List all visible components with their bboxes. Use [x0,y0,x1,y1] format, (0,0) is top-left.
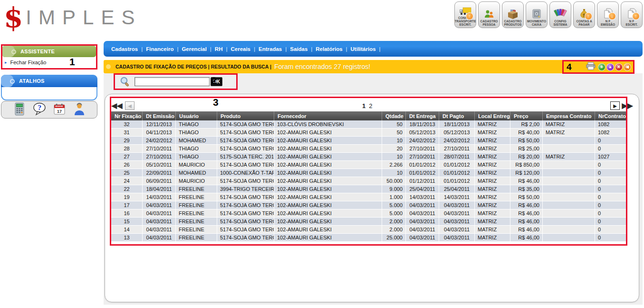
cell-local-entrega[interactable]: MATRIZ [475,193,510,201]
cell-nr-fixac-a-o[interactable]: 22 [111,185,143,193]
cell-local-entrega[interactable]: MATRIZ [475,201,510,209]
cell-dt-emissa-o[interactable]: 04/03/2011 [143,209,176,218]
cell-empresa-contrato[interactable] [543,209,595,218]
cell-produto[interactable]: 5174-SOJA GMO TERC. 2010 [217,234,274,242]
cell-dt-emissa-o[interactable]: 04/11/2013 [143,129,176,137]
cell-qtdade[interactable]: 5.000 [382,201,406,209]
cell-fornecedor[interactable]: 102-AMAURI GALESKI [274,209,382,218]
table-row[interactable]: 1604/03/2011FREELINE5174-SOJA GMO TERC. … [111,209,626,218]
cell-dt-entrega[interactable]: 04/03/2011 [406,234,439,242]
cell-qtdade[interactable]: 2.266 [382,161,406,169]
table-row[interactable]: 1914/03/2011FREELINE5174-SOJA GMO TERC. … [111,193,626,201]
cell-dt-pagto[interactable]: 14/03/2011 [439,193,475,201]
cell-fornecedor[interactable]: 102-AMAURI GALESKI [274,145,382,153]
cell-nrcontrato[interactable]: 0 [595,218,626,226]
toolbar-button-config-sistema[interactable]: CONFIGSISTEMA [549,1,571,28]
cell-usua-rio[interactable]: MAURICIO [176,161,217,169]
table-row[interactable]: 3212/11/2013THIAGO5174-SOJA GMO TERC. 20… [111,120,626,129]
cell-nr-fixac-a-o[interactable]: 29 [111,137,143,145]
cell-nr-fixac-a-o[interactable]: 19 [111,193,143,201]
cell-fornecedor[interactable]: 102-AMAURI GALESKI [274,218,382,226]
cell-local-entrega[interactable]: MATRIZ [475,226,510,234]
cell-dt-entrega[interactable]: 01/01/2012 [406,169,439,177]
cell-local-entrega[interactable]: MATRIZ [475,145,510,153]
cell-usua-rio[interactable]: FREELINE [176,193,217,201]
cell-empresa-contrato[interactable] [543,226,595,234]
table-row[interactable]: 3104/11/2013THIAGO5174-SOJA GMO TERC. 20… [111,129,626,137]
cell-empresa-contrato[interactable] [543,201,595,209]
cell-dt-pagto[interactable]: 04/03/2011 [439,201,475,209]
cell-nr-fixac-a-o[interactable]: 16 [111,209,143,218]
cell-dt-entrega[interactable]: 04/03/2011 [406,218,439,226]
cell-produto[interactable]: 5174-SOJA GMO TERC. 2010 [217,201,274,209]
cell-fornecedor[interactable]: 102-AMAURI GALESKI [274,185,382,193]
calculator-button[interactable] [13,103,26,116]
cell-dt-pagto[interactable]: 04/03/2011 [439,234,475,242]
menu-item-rh[interactable]: RH [215,46,223,52]
cell-fornecedor[interactable]: 102-AMAURI GALESKI [274,161,382,169]
cell-local-entrega[interactable]: MATRIZ [475,218,510,226]
cell-prec-o[interactable]: R$ 35,00 [510,185,543,193]
sidebar-item-fechar-fixacao[interactable]: ▸Fechar Fixação [2,57,96,68]
cell-prec-o[interactable]: R$ 50,00 [510,193,543,201]
menu-item-utilitarios[interactable]: Utilitários [351,46,376,52]
up-button[interactable]: ▲ [606,63,614,71]
cell-nrcontrato[interactable]: 0 [595,169,626,177]
cell-prec-o[interactable]: R$ 40,00 [510,129,543,137]
cell-dt-entrega[interactable]: 25/04/2011 [406,185,439,193]
cell-produto[interactable]: 5174-SOJA GMO TERC. 2010 [217,193,274,201]
table-row[interactable]: 2827/10/2011THIAGO5174-SOJA GMO TERC. 20… [111,145,626,153]
cell-local-entrega[interactable]: MATRIZ [475,161,510,169]
cell-nrcontrato[interactable]: 0 [595,193,626,201]
cell-nrcontrato[interactable]: 1082 [595,129,626,137]
toolbar-button-movimento-caixa[interactable]: MOVIMENTOCAIXA [526,1,548,28]
cell-dt-pagto[interactable]: 28/07/2011 [439,153,475,161]
cell-prec-o[interactable]: R$ 46,00 [510,177,543,185]
cell-usua-rio[interactable]: THIAGO [176,153,217,161]
table-row[interactable]: 2924/02/2012MOHAMED5174-SOJA GMO TERC. 2… [111,137,626,145]
cell-fornecedor[interactable]: 102-AMAURI GALESKI [274,234,382,242]
cell-empresa-contrato[interactable] [543,145,595,153]
toolbar-button-cadastro-produtos[interactable]: CADASTROPRODUTOS [502,1,524,28]
cell-qtdade[interactable]: 2.000 [382,218,406,226]
cell-nrcontrato[interactable]: 0 [595,137,626,145]
cell-empresa-contrato[interactable] [543,177,595,185]
cell-usua-rio[interactable]: THIAGO [176,145,217,153]
cell-dt-pagto[interactable]: 25/04/2011 [439,185,475,193]
cell-dt-emissa-o[interactable]: 18/04/2011 [143,185,176,193]
cell-empresa-contrato[interactable] [543,169,595,177]
cell-qtdade[interactable]: 25.000 [382,234,406,242]
cell-fornecedor[interactable]: 102-AMAURI GALESKI [274,153,382,161]
cell-local-entrega[interactable]: MATRIZ [475,209,510,218]
cell-prec-o[interactable]: R$ 46,00 [510,226,543,234]
pager-prev-button[interactable]: ◀ [125,101,135,110]
cell-local-entrega[interactable]: MATRIZ [475,234,510,242]
cell-fornecedor[interactable]: 102-AMAURI GALESKI [274,169,382,177]
cell-nrcontrato[interactable]: 1082 [595,120,626,129]
cell-empresa-contrato[interactable] [543,193,595,201]
table-row[interactable]: 2218/04/2011FREELINE3994-TRIGO TERCEIRO … [111,185,626,193]
menu-item-saidas[interactable]: Saídas [290,46,308,52]
cell-qtdade[interactable]: 20 [382,145,406,153]
cell-dt-emissa-o[interactable]: 04/03/2011 [143,218,176,226]
cell-nr-fixac-a-o[interactable]: 32 [111,120,143,129]
cell-dt-entrega[interactable]: 24/02/2012 [406,137,439,145]
help-button[interactable]: ? [33,103,46,116]
cell-dt-emissa-o[interactable]: 14/03/2011 [143,193,176,201]
cell-dt-entrega[interactable]: 27/10/2011 [406,153,439,161]
cell-nrcontrato[interactable]: 0 [595,161,626,169]
add-button[interactable]: + [598,63,606,71]
cell-nr-fixac-a-o[interactable]: 27 [111,153,143,161]
cell-usua-rio[interactable]: FREELINE [176,226,217,234]
cell-empresa-contrato[interactable] [543,161,595,169]
cell-nrcontrato[interactable]: 0 [595,185,626,193]
cell-dt-entrega[interactable]: 04/03/2011 [406,209,439,218]
cell-qtdade[interactable]: 2.000 [382,226,406,234]
search-input[interactable] [135,77,210,86]
cell-qtdade[interactable]: 10 [382,153,406,161]
cell-produto[interactable]: 5174-SOJA GMO TERC. 2010 [217,129,274,137]
cell-dt-pagto[interactable]: 18/11/2013 [439,120,475,129]
cell-nr-fixac-a-o[interactable]: 17 [111,201,143,209]
cell-local-entrega[interactable]: MATRIZ [475,153,510,161]
table-row[interactable]: 1404/03/2011FREELINE5174-SOJA GMO TERC. … [111,226,626,234]
